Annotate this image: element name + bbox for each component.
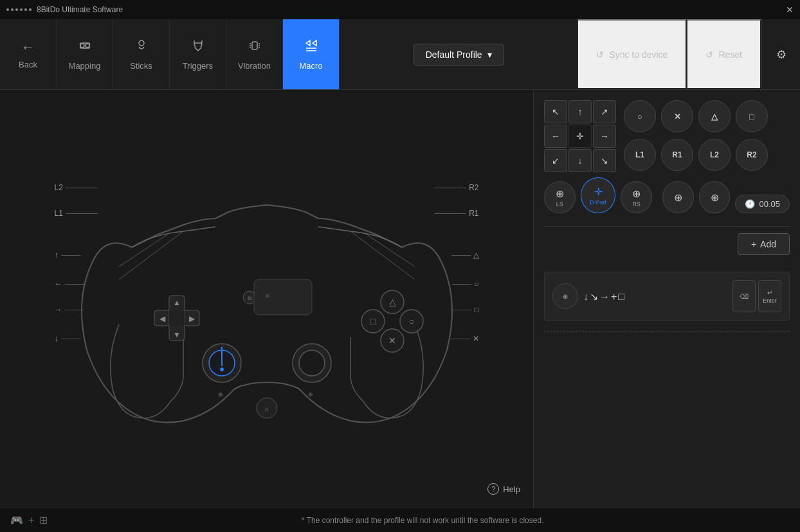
macro-sequence: ⊕ ↓↘→+□ ⌫ ↵ Enter (544, 272, 790, 321)
enter-buttons: ⌫ ↵ Enter (732, 280, 781, 312)
rs-press-btn[interactable]: ⊕ (699, 181, 731, 213)
dpad-right[interactable]: → (593, 125, 616, 148)
reset-icon: ↺ (705, 49, 713, 60)
help-label: Help (503, 484, 520, 494)
l1-btn[interactable]: L1 (624, 139, 656, 171)
svg-text:✕: ✕ (388, 335, 396, 346)
face-buttons-group: ○ ✕ △ □ L1 R1 L2 R2 (624, 100, 768, 172)
close-button[interactable]: ✕ (786, 4, 794, 15)
section-divider (544, 226, 790, 227)
nav-back-label: Back (19, 60, 37, 69)
sticks-icon (134, 38, 149, 57)
back-icon: ← (21, 39, 35, 56)
dashed-separator (544, 331, 790, 332)
dpad-down[interactable]: ↓ (568, 149, 592, 172)
rs-stick-btn[interactable]: ⊕ RS (621, 181, 652, 213)
ls-press-btn[interactable]: ⊕ (662, 181, 694, 213)
dpad-upleft[interactable]: ↖ (544, 100, 567, 123)
svg-point-37 (299, 350, 325, 376)
add-profile-icon[interactable]: + (28, 515, 34, 526)
add-button[interactable]: + Add (738, 233, 790, 255)
dpad-section: ↖ ↑ ↗ ← ✛ → ↙ ↓ ↘ (544, 100, 616, 172)
statusbar: 🎮 + ⊞ * The controller and the profile w… (0, 508, 800, 532)
svg-text:▶: ▶ (188, 314, 195, 323)
nav-mapping[interactable]: Mapping (57, 19, 113, 89)
sticks-row: ⊕ LS ✛ D-Pad ⊕ RS ⊕ ⊕ 🕐 (544, 177, 790, 213)
sync-icon: ↺ (596, 49, 604, 60)
nav-sticks[interactable]: Sticks (113, 19, 170, 89)
profile-selector[interactable]: Default Profile ▾ (414, 44, 504, 66)
svg-text:△: △ (388, 297, 395, 307)
controller-icon[interactable]: 🎮 (10, 514, 23, 526)
settings-button[interactable]: ⚙ (761, 19, 800, 89)
enter-label: Enter (763, 297, 777, 304)
svg-rect-42 (254, 279, 312, 315)
dpad-downleft[interactable]: ↙ (544, 149, 567, 172)
enter-icon: ↵ (767, 289, 772, 296)
nav-macro-label: Macro (299, 61, 322, 71)
svg-point-6 (139, 40, 144, 46)
nav-sticks-label: Sticks (130, 61, 152, 71)
svg-point-1 (86, 44, 89, 48)
seq-stick-icon: ⊕ (552, 283, 578, 309)
windows-icon[interactable]: ⊞ (39, 514, 48, 526)
help-icon: ? (487, 483, 499, 495)
nav-mapping-label: Mapping (69, 61, 101, 71)
vibration-icon (247, 38, 262, 57)
nav-macro[interactable]: Macro (283, 19, 340, 89)
backspace-key[interactable]: ⌫ (732, 280, 756, 312)
nav-triggers[interactable]: Triggers (170, 19, 226, 89)
dpad-label: D-Pad (590, 199, 606, 206)
rs-icon: ⊕ (632, 188, 641, 200)
dpad-up[interactable]: ↑ (568, 100, 592, 123)
triggers-icon (190, 38, 206, 57)
help-button[interactable]: ? Help (487, 483, 520, 495)
svg-text:□: □ (370, 316, 376, 326)
navbar: ← Back Mapping Sticks Triggers (0, 19, 800, 90)
navbar-actions: ↺ Sync to device ↺ Reset ⚙ (577, 19, 800, 89)
dpad-stick-btn[interactable]: ✛ D-Pad (581, 177, 616, 213)
controller-area: ◀ ▶ ▲ ▼ △ ○ □ ✕ (0, 90, 533, 508)
dpad-stick-icon: ✛ (594, 186, 603, 198)
chevron-down-icon: ▾ (487, 49, 492, 60)
svg-text:○: ○ (408, 316, 414, 326)
l2-btn[interactable]: L2 (698, 139, 731, 171)
seq-arrows: ↓↘→+□ (583, 290, 626, 303)
svg-rect-8 (252, 42, 257, 49)
svg-text:⊞: ⊞ (264, 293, 269, 299)
nav-back[interactable]: ← Back (0, 19, 57, 89)
dpad-upright[interactable]: ↗ (593, 100, 616, 123)
sync-label: Sync to device (609, 49, 668, 60)
rs-label: RS (632, 201, 641, 208)
svg-point-0 (80, 44, 84, 48)
reset-button[interactable]: ↺ Reset (687, 19, 761, 89)
add-btn-row: + Add (544, 233, 790, 265)
ls-label: LS (556, 201, 563, 208)
svg-text:⊡: ⊡ (247, 296, 251, 301)
plus-icon: + (751, 239, 756, 249)
right-panel: ↖ ↑ ↗ ← ✛ → ↙ ↓ ↘ ○ ✕ △ □ L1 R1 L2 R2 (533, 90, 800, 508)
svg-text:▼: ▼ (173, 330, 181, 339)
rs-press-icon: ⊕ (711, 191, 719, 204)
ls-stick-btn[interactable]: ⊕ LS (544, 181, 576, 213)
timer-button[interactable]: 🕐 00.05 (735, 195, 790, 213)
app-icon (6, 8, 32, 11)
circle-btn[interactable]: ○ (624, 100, 656, 132)
dpad-center: ✛ (568, 125, 592, 148)
r2-btn[interactable]: R2 (736, 139, 768, 171)
dpad-left[interactable]: ← (544, 125, 567, 148)
svg-text:⌂: ⌂ (264, 405, 268, 412)
enter-key[interactable]: ↵ Enter (758, 280, 781, 312)
r1-btn[interactable]: R1 (661, 139, 693, 171)
sync-button[interactable]: ↺ Sync to device (577, 19, 687, 89)
dpad-downright[interactable]: ↘ (593, 149, 616, 172)
triangle-btn[interactable]: △ (698, 100, 731, 132)
square-btn[interactable]: □ (736, 100, 768, 132)
nav-vibration[interactable]: Vibration (226, 19, 283, 89)
cross-btn[interactable]: ✕ (661, 100, 693, 132)
main-content: ◀ ▶ ▲ ▼ △ ○ □ ✕ (0, 90, 800, 508)
svg-text:⊕: ⊕ (308, 391, 313, 398)
svg-point-35 (220, 368, 224, 371)
statusbar-left: 🎮 + ⊞ (10, 514, 48, 526)
svg-text:◀: ◀ (159, 314, 165, 323)
